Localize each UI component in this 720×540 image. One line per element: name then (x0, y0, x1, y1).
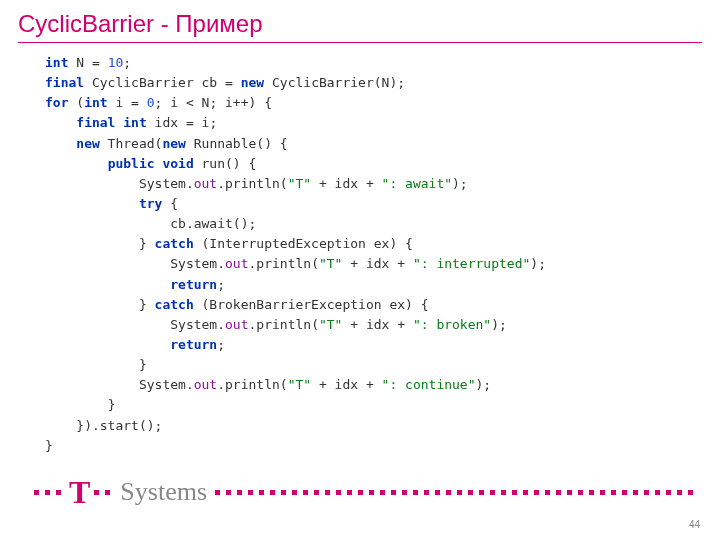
code-line: cb.await(); (45, 214, 702, 234)
slide-title: CyclicBarrier - Пример (0, 0, 720, 42)
code-line: }).start(); (45, 416, 702, 436)
code-line: } catch (InterruptedException ex) { (45, 234, 702, 254)
code-line: for (int i = 0; i < N; i++) { (45, 93, 702, 113)
code-line: final int idx = i; (45, 113, 702, 133)
code-line: return; (45, 275, 702, 295)
code-line: System.out.println("T" + idx + ": contin… (45, 375, 702, 395)
code-line: new Thread(new Runnable() { (45, 134, 702, 154)
code-block: int N = 10; final CyclicBarrier cb = new… (0, 53, 720, 456)
code-line: public void run() { (45, 154, 702, 174)
slide: CyclicBarrier - Пример int N = 10; final… (0, 0, 720, 540)
code-line: return; (45, 335, 702, 355)
code-line: System.out.println("T" + idx + ": await"… (45, 174, 702, 194)
code-line: } catch (BrokenBarrierException ex) { (45, 295, 702, 315)
page-number: 44 (689, 519, 700, 530)
logo-t-icon: T (69, 476, 90, 508)
code-line: } (45, 395, 702, 415)
logo-dots-mid (94, 490, 116, 495)
title-underline (18, 42, 702, 43)
dots-trail (215, 490, 720, 495)
logo-systems-text: Systems (120, 479, 207, 505)
footer: T Systems (0, 472, 720, 512)
code-line: } (45, 355, 702, 375)
code-line: final CyclicBarrier cb = new CyclicBarri… (45, 73, 702, 93)
code-line: System.out.println("T" + idx + ": interr… (45, 254, 702, 274)
code-line: } (45, 436, 702, 456)
code-line: System.out.println("T" + idx + ": broken… (45, 315, 702, 335)
code-line: try { (45, 194, 702, 214)
logo-dots-left (34, 490, 67, 495)
code-line: int N = 10; (45, 53, 702, 73)
